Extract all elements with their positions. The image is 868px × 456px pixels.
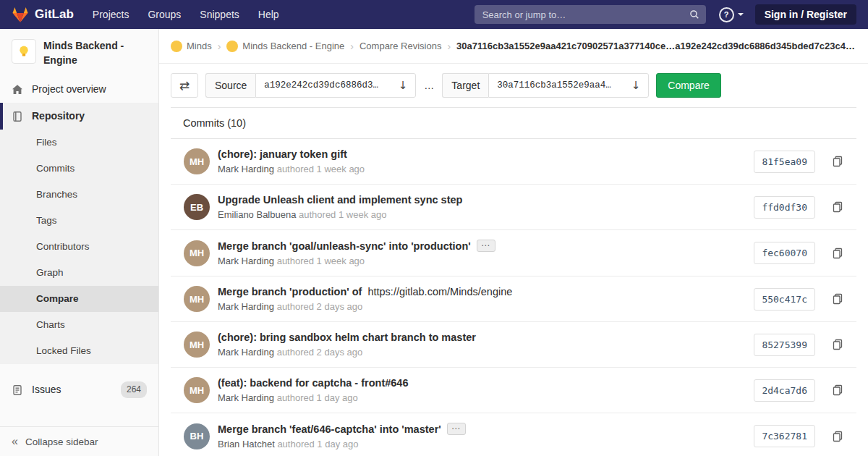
- ellipsis-icon: …: [481, 240, 491, 248]
- commit-row: BH Merge branch 'feat/646-captcha' into …: [171, 413, 856, 456]
- target-ref-dropdown[interactable]: 30a7116cb3a1552e9aa4… ↓: [488, 73, 649, 98]
- clipboard-icon: [832, 156, 843, 167]
- commit-sha-link[interactable]: 2d4ca7d6: [754, 379, 815, 402]
- commit-title-suffix: https://gitlab.com/Minds/engine: [367, 286, 512, 297]
- source-ref-dropdown[interactable]: a192e242cd39dc6886d3… ↓: [255, 73, 416, 98]
- avatar[interactable]: MH: [184, 332, 210, 358]
- commit-title-link[interactable]: Upgrade Unleash client and implement syn…: [218, 194, 462, 206]
- help-dropdown[interactable]: ?: [719, 7, 744, 22]
- sidebar-item-files[interactable]: Files: [0, 130, 158, 156]
- commit-author-link[interactable]: Mark Harding: [218, 392, 274, 403]
- commit-description-expander[interactable]: …: [477, 240, 495, 252]
- commit-sha-link[interactable]: 85275399: [754, 334, 815, 356]
- commit-sha-link[interactable]: 7c362781: [754, 425, 815, 447]
- top-navbar: GitLab Projects Groups Snippets Help ? S…: [0, 0, 868, 29]
- chevron-right-icon: ›: [350, 41, 354, 52]
- commit-authored-time: authored 1 week ago: [277, 164, 365, 174]
- commit-sha-link[interactable]: fec60070: [754, 242, 815, 264]
- commit-authored-time: authored 2 days ago: [277, 301, 363, 312]
- range-dots: …: [424, 80, 434, 91]
- home-icon: [12, 84, 23, 96]
- avatar[interactable]: EB: [184, 194, 210, 220]
- double-chevron-left-icon: «: [12, 436, 18, 447]
- nav-projects[interactable]: Projects: [93, 9, 129, 20]
- copy-sha-button[interactable]: [826, 379, 849, 402]
- sidebar-item-commits[interactable]: Commits: [0, 156, 158, 182]
- avatar[interactable]: MH: [184, 240, 210, 266]
- nav-help[interactable]: Help: [258, 9, 279, 20]
- question-icon: ?: [719, 7, 734, 22]
- sidebar-item-issues[interactable]: Issues 264: [0, 376, 158, 404]
- commit-title-link[interactable]: Merge branch 'production' of: [218, 286, 362, 297]
- commit-row: MH (feat): backend for captcha - front#6…: [171, 368, 856, 413]
- gitlab-app: GitLab Projects Groups Snippets Help ? S…: [0, 0, 868, 456]
- nav-groups[interactable]: Groups: [148, 9, 181, 20]
- commit-description-expander[interactable]: …: [447, 423, 466, 435]
- project-sidebar: Minds Backend - Engine Project overview …: [0, 29, 159, 456]
- copy-sha-button[interactable]: [826, 425, 849, 448]
- top-navigation: Projects Groups Snippets Help: [93, 9, 279, 20]
- repository-section: Repository Files Commits Branches Tags C…: [0, 103, 158, 364]
- avatar[interactable]: MH: [184, 377, 210, 403]
- commits-panel: Commits (10) MH (chore): january token g…: [171, 107, 856, 456]
- copy-sha-button[interactable]: [826, 150, 849, 173]
- compare-form: ⇄ Source a192e242cd39dc6886d3… ↓ … Targe…: [159, 64, 868, 107]
- sidebar-item-compare[interactable]: Compare: [0, 286, 158, 312]
- swap-revisions-button[interactable]: ⇄: [171, 73, 198, 98]
- commit-authored-time: authored 1 week ago: [277, 256, 365, 266]
- breadcrumb-compare-revisions-link[interactable]: Compare Revisions: [359, 41, 441, 51]
- collapse-label: Collapse sidebar: [25, 436, 98, 447]
- source-label: Source: [205, 73, 255, 98]
- arrow-down-icon: ↓: [399, 79, 408, 92]
- commit-title-link[interactable]: (feat): backend for captcha - front#646: [218, 377, 408, 389]
- search-input[interactable]: [481, 9, 689, 21]
- clipboard-icon: [832, 293, 843, 305]
- main-content: Minds › Minds Backend - Engine › Compare…: [159, 29, 868, 456]
- avatar[interactable]: MH: [184, 286, 210, 312]
- commit-sha-link[interactable]: ffd0df30: [754, 196, 815, 219]
- commit-sha-link[interactable]: 550c417c: [754, 288, 815, 311]
- copy-sha-button[interactable]: [826, 333, 849, 356]
- sidebar-item-locked-files[interactable]: Locked Files: [0, 338, 158, 364]
- commit-author-link[interactable]: Mark Harding: [218, 256, 274, 266]
- source-ref-value: a192e242cd39dc6886d3…: [264, 80, 378, 90]
- sidebar-item-branches[interactable]: Branches: [0, 182, 158, 208]
- copy-sha-button[interactable]: [826, 242, 849, 265]
- sidebar-item-graph[interactable]: Graph: [0, 260, 158, 286]
- chevron-right-icon: ›: [218, 41, 221, 52]
- brand-wordmark: GitLab: [35, 7, 74, 22]
- avatar[interactable]: MH: [184, 148, 210, 174]
- commit-author-link[interactable]: Mark Harding: [218, 347, 274, 358]
- breadcrumb-group-link[interactable]: Minds: [171, 41, 212, 52]
- clipboard-icon: [832, 201, 843, 213]
- breadcrumb-project-link[interactable]: Minds Backend - Engine: [226, 41, 344, 52]
- sign-in-button[interactable]: Sign in / Register: [755, 4, 856, 25]
- copy-sha-button[interactable]: [826, 195, 849, 219]
- collapse-sidebar-button[interactable]: « Collapse sidebar: [0, 426, 158, 456]
- gitlab-home-link[interactable]: GitLab: [12, 7, 74, 23]
- commit-title-link[interactable]: (chore): january token gift: [218, 148, 347, 160]
- copy-sha-button[interactable]: [826, 287, 849, 311]
- sidebar-item-charts[interactable]: Charts: [0, 312, 158, 338]
- source-ref-group: Source a192e242cd39dc6886d3… ↓: [205, 73, 416, 98]
- clipboard-icon: [832, 339, 843, 350]
- project-context[interactable]: Minds Backend - Engine: [0, 29, 158, 76]
- compare-button[interactable]: Compare: [656, 73, 721, 98]
- commit-author-link[interactable]: Emiliano Balbuena: [218, 209, 296, 220]
- commit-sha-link[interactable]: 81f5ea09: [754, 151, 815, 173]
- sidebar-item-repository[interactable]: Repository: [0, 103, 158, 130]
- commit-title-link[interactable]: (chore): bring sandbox helm chart branch…: [218, 332, 476, 343]
- commit-row: MH (chore): january token gift Mark Hard…: [171, 139, 856, 185]
- avatar-initials: MH: [190, 385, 204, 396]
- sidebar-item-contributors[interactable]: Contributors: [0, 234, 158, 260]
- sidebar-item-tags[interactable]: Tags: [0, 208, 158, 234]
- sidebar-item-project-overview[interactable]: Project overview: [0, 76, 158, 103]
- commit-title-link[interactable]: Merge branch 'feat/646-captcha' into 'ma…: [218, 423, 441, 435]
- avatar[interactable]: BH: [184, 423, 210, 449]
- commit-author-link[interactable]: Brian Hatchet: [218, 439, 275, 449]
- commit-title-link[interactable]: Merge branch 'goal/unleash-sync' into 'p…: [218, 240, 471, 252]
- commit-author-link[interactable]: Mark Harding: [218, 301, 274, 312]
- commit-author-link[interactable]: Mark Harding: [218, 164, 274, 174]
- nav-snippets[interactable]: Snippets: [200, 9, 239, 20]
- commit-authored-time: authored 1 week ago: [299, 209, 386, 220]
